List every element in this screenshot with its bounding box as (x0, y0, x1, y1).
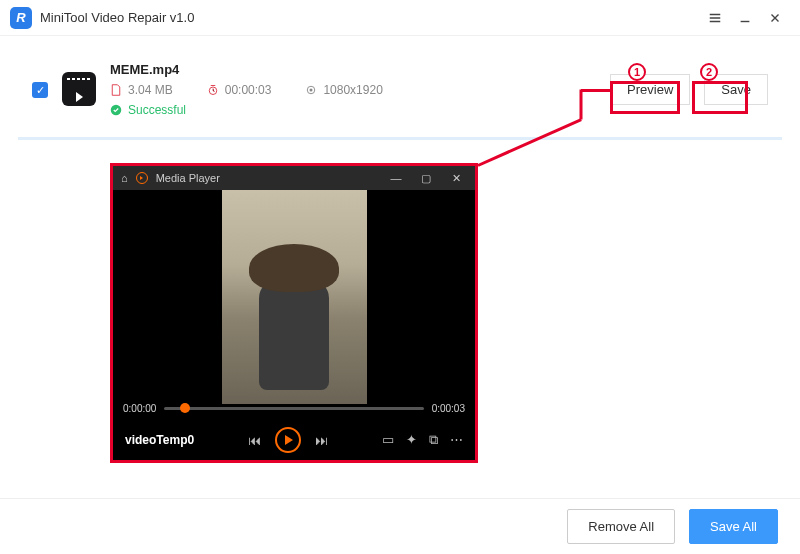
player-titlebar: ⌂ Media Player — ▢ ✕ (113, 166, 475, 190)
app-logo: R (10, 7, 32, 29)
player-minimize-button[interactable]: — (385, 172, 407, 184)
save-all-button[interactable]: Save All (689, 509, 778, 544)
clock-icon (207, 84, 219, 96)
player-seek-handle[interactable] (180, 403, 190, 413)
player-video-area[interactable] (113, 190, 475, 404)
svg-point-2 (310, 89, 313, 92)
settings-icon[interactable]: ✦ (406, 432, 417, 448)
cast-icon[interactable]: ⧉ (429, 432, 438, 448)
player-maximize-button[interactable]: ▢ (415, 172, 437, 185)
next-track-icon[interactable]: ⏭ (315, 433, 328, 448)
player-total-time: 0:00:03 (432, 403, 465, 414)
annotation-line (580, 90, 583, 120)
file-checkbox[interactable]: ✓ (32, 82, 48, 98)
play-button[interactable] (275, 427, 301, 453)
player-seek-bar[interactable] (164, 407, 423, 410)
success-icon (110, 104, 122, 116)
media-player-window: ⌂ Media Player — ▢ ✕ 0:00:00 0:0 (110, 163, 478, 463)
remove-all-button[interactable]: Remove All (567, 509, 675, 544)
app-title: MiniTool Video Repair v1.0 (40, 10, 194, 25)
more-icon[interactable]: ⋯ (450, 432, 463, 448)
annotation-box-save (692, 81, 748, 114)
player-app-name: Media Player (156, 172, 220, 184)
annotation-number-2: 2 (700, 63, 718, 81)
footer: Remove All Save All (0, 498, 800, 554)
home-icon[interactable]: ⌂ (121, 172, 128, 184)
titlebar: R MiniTool Video Repair v1.0 (0, 0, 800, 36)
divider (18, 137, 782, 140)
close-button[interactable] (760, 3, 790, 33)
player-clip-name: videoTemp0 (125, 433, 194, 447)
subtitle-icon[interactable]: ▭ (382, 432, 394, 448)
file-duration: 00:00:03 (207, 83, 272, 97)
annotation-box-preview (610, 81, 680, 114)
minimize-button[interactable] (730, 3, 760, 33)
video-file-icon (62, 72, 96, 106)
resolution-icon (305, 84, 317, 96)
player-progress[interactable]: 0:00:00 0:00:03 (123, 400, 465, 416)
file-resolution: 1080x1920 (305, 83, 382, 97)
player-close-button[interactable]: ✕ (445, 172, 467, 185)
annotation-number-1: 1 (628, 63, 646, 81)
player-app-icon (136, 172, 148, 184)
file-name: MEME.mp4 (110, 62, 383, 77)
player-current-time: 0:00:00 (123, 403, 156, 414)
prev-track-icon[interactable]: ⏮ (248, 433, 261, 448)
file-status: Successful (110, 103, 383, 117)
annotation-line (581, 89, 610, 92)
document-icon (110, 84, 122, 96)
menu-button[interactable] (700, 3, 730, 33)
file-size: 3.04 MB (110, 83, 173, 97)
video-frame (222, 190, 367, 404)
